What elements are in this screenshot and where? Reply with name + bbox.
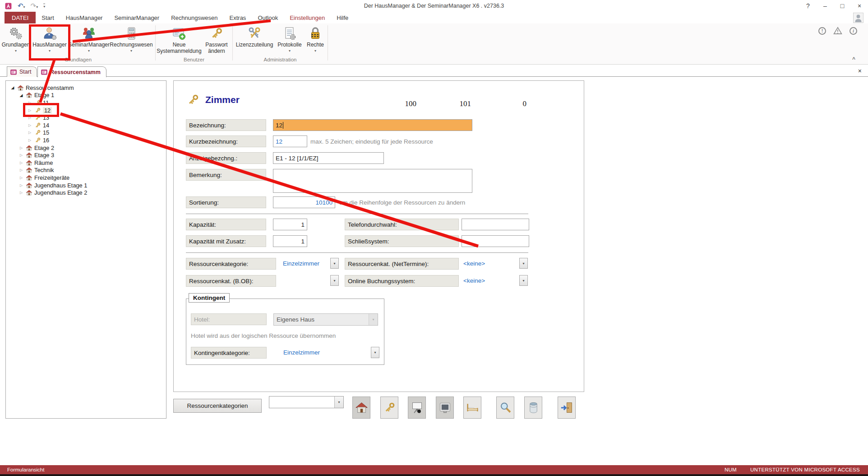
chevron-collapsed-icon[interactable]: ▷ — [18, 146, 24, 150]
info-icon[interactable]: i — [850, 27, 857, 35]
rechnungswesen-button[interactable]: Rechnungswesen ▾ — [108, 25, 154, 57]
ressourcenkategorie-value[interactable]: Einzelzimmer — [283, 260, 319, 267]
tab-datei[interactable]: DATEI — [5, 12, 36, 23]
doc-tab-start[interactable]: Start — [7, 66, 37, 77]
presentation-board-toolbutton[interactable] — [408, 397, 426, 419]
house-toolbutton[interactable] — [352, 397, 370, 419]
warning-icon[interactable] — [833, 26, 842, 35]
tree-item-etage-2[interactable]: ▷Etage 2 — [6, 144, 166, 152]
house-icon — [25, 92, 33, 98]
kapazitaet-zusatz-input[interactable]: 1 — [273, 235, 307, 247]
kapazitaet-input[interactable]: 1 — [273, 219, 307, 230]
chevron-collapsed-icon[interactable]: ▷ — [27, 108, 33, 112]
qat-customize-icon[interactable]: ▾ — [43, 4, 45, 9]
dropdown-arrow-icon[interactable]: ▾ — [334, 397, 343, 408]
dropdown-arrow-icon[interactable]: ▾ — [330, 275, 339, 286]
footer-combo[interactable]: ▾ — [269, 396, 344, 408]
undo-icon[interactable]: ↶▾ — [18, 2, 25, 10]
kurzbezeichnung-input[interactable]: 12 — [273, 135, 307, 147]
ressourcenkat-nettermine-value[interactable]: <keine> — [463, 260, 485, 267]
exit-door-toolbutton[interactable] — [558, 397, 576, 419]
trash-toolbutton[interactable] — [524, 397, 542, 419]
dropdown-arrow-icon[interactable]: ▾ — [15, 49, 17, 53]
ressourcenkategorien-button[interactable]: Ressourcenkategorien — [173, 399, 262, 413]
minimize-button[interactable]: – — [817, 0, 834, 11]
tree-item-freizeitgeraete[interactable]: ▷Freizeitgeräte — [6, 174, 166, 182]
tab-extras[interactable]: Extras — [224, 12, 252, 23]
dropdown-arrow-icon[interactable]: ▾ — [88, 49, 90, 53]
anzeige-input[interactable]: E1 - 12 [1/1/EZ] — [273, 152, 384, 164]
telefondurchwahl-input[interactable] — [462, 219, 529, 230]
dropdown-arrow-icon[interactable]: ▾ — [330, 258, 339, 269]
bed-toolbutton[interactable] — [463, 397, 481, 419]
tab-einstellungen[interactable]: Einstellungen — [284, 12, 331, 23]
chevron-collapsed-icon[interactable]: ▷ — [18, 176, 24, 180]
tree-item-12[interactable]: ▷12 — [6, 107, 166, 114]
key-toolbutton[interactable] — [380, 397, 398, 419]
protokolle-button[interactable]: Protokolle ▾ — [275, 25, 304, 57]
bemerkung-input[interactable] — [273, 169, 472, 193]
chevron-collapsed-icon[interactable]: ▷ — [18, 191, 24, 195]
tree-item-jugendhaus-etage-1[interactable]: ▷Jugendhaus Etage 1 — [6, 182, 166, 189]
bezeichnung-input[interactable]: 12 — [273, 119, 472, 131]
tab-start[interactable]: Start — [36, 12, 60, 23]
dropdown-arrow-icon[interactable]: ▾ — [289, 49, 291, 53]
grundlagen-button[interactable]: Grundlagen ▾ — [2, 25, 30, 57]
tree-item-technik[interactable]: ▷Technik — [6, 167, 166, 174]
tree-item-etage-1[interactable]: ◢Etage 1 — [6, 92, 166, 99]
tree-item-etage-3[interactable]: ▷Etage 3 — [6, 151, 166, 159]
tab-rechnungswesen[interactable]: Rechnungswesen — [165, 12, 223, 23]
chevron-expanded-icon[interactable]: ◢ — [9, 85, 16, 90]
tree-item-14[interactable]: ▷14 — [6, 121, 166, 129]
chevron-collapsed-icon[interactable]: ▷ — [27, 116, 33, 120]
chevron-expanded-icon[interactable]: ◢ — [18, 93, 24, 98]
tab-hilfe[interactable]: Hilfe — [331, 12, 354, 23]
dropdown-arrow-icon[interactable]: ▾ — [49, 49, 51, 53]
tab-outlook[interactable]: Outlook — [252, 12, 284, 23]
close-document-icon[interactable]: × — [858, 67, 862, 75]
doc-tab-ressourcenstamm[interactable]: Ressourcenstamm — [37, 66, 106, 77]
chevron-collapsed-icon[interactable]: ▷ — [18, 168, 24, 172]
kontingentkategorie-value[interactable]: Einzelzimmer — [283, 349, 320, 356]
dropdown-arrow-icon[interactable]: ▾ — [314, 49, 316, 53]
chevron-collapsed-icon[interactable]: ▷ — [27, 123, 33, 127]
dropdown-arrow-icon[interactable]: ▾ — [519, 258, 528, 269]
online-buchungssystem-value[interactable]: <keine> — [463, 277, 485, 284]
tree-item-15[interactable]: ▷15 — [6, 129, 166, 137]
rechte-button[interactable]: Rechte ▾ — [304, 25, 327, 57]
collapse-ribbon-icon[interactable]: ^ — [852, 56, 855, 62]
tree-item-13[interactable]: ▷13 — [6, 114, 166, 121]
chevron-collapsed-icon[interactable]: ▷ — [27, 101, 33, 105]
tree-item-16[interactable]: ▷16 — [6, 136, 166, 144]
neue-systemanmeldung-button[interactable]: Neue Systemanmeldung — [157, 25, 202, 57]
lizenzzuteilung-button[interactable]: Lizenzzuteilung — [234, 25, 275, 57]
magnifier-toolbutton[interactable] — [496, 397, 514, 419]
schliesssystem-input[interactable] — [462, 235, 529, 247]
tab-hausmanager[interactable]: HausManager — [60, 12, 109, 23]
access-support-label: UNTERSTÜTZT VON MICROSOFT ACCESS — [750, 467, 860, 472]
tab-seminarmanager[interactable]: SeminarManager — [108, 12, 165, 23]
error-icon[interactable]: ! — [818, 27, 826, 35]
dropdown-arrow-icon[interactable]: ▾ — [519, 275, 528, 286]
tree-item-ressourcenstamm[interactable]: ◢Ressourcenstamm — [6, 84, 166, 92]
close-button[interactable]: × — [851, 0, 868, 11]
screen-toolbutton[interactable] — [436, 397, 454, 419]
chevron-collapsed-icon[interactable]: ▷ — [18, 183, 24, 187]
tree-item-raeume[interactable]: ▷Räume — [6, 159, 166, 167]
tree-item-11[interactable]: ▷11 — [6, 99, 166, 107]
maximize-button[interactable]: □ — [834, 0, 851, 11]
hausmanager-button[interactable]: HausManager ▾ — [30, 25, 69, 57]
sortierung-input[interactable]: 10100 — [273, 196, 335, 208]
chevron-collapsed-icon[interactable]: ▷ — [18, 153, 24, 157]
chevron-collapsed-icon[interactable]: ▷ — [27, 138, 33, 142]
dropdown-arrow-icon[interactable]: ▾ — [371, 347, 379, 358]
chevron-collapsed-icon[interactable]: ▷ — [27, 131, 33, 135]
dropdown-arrow-icon[interactable]: ▾ — [130, 49, 132, 53]
redo-icon[interactable]: ↷▾ — [31, 2, 38, 10]
help-button[interactable]: ? — [799, 0, 817, 11]
tree-item-jugendhaus-etage-2[interactable]: ▷Jugendhaus Etage 2 — [6, 189, 166, 196]
passwort-aendern-button[interactable]: Passwort ändern — [202, 25, 231, 57]
user-avatar[interactable] — [853, 12, 864, 24]
chevron-collapsed-icon[interactable]: ▷ — [18, 161, 24, 165]
seminarmanager-button[interactable]: SeminarManager ▾ — [69, 25, 108, 57]
